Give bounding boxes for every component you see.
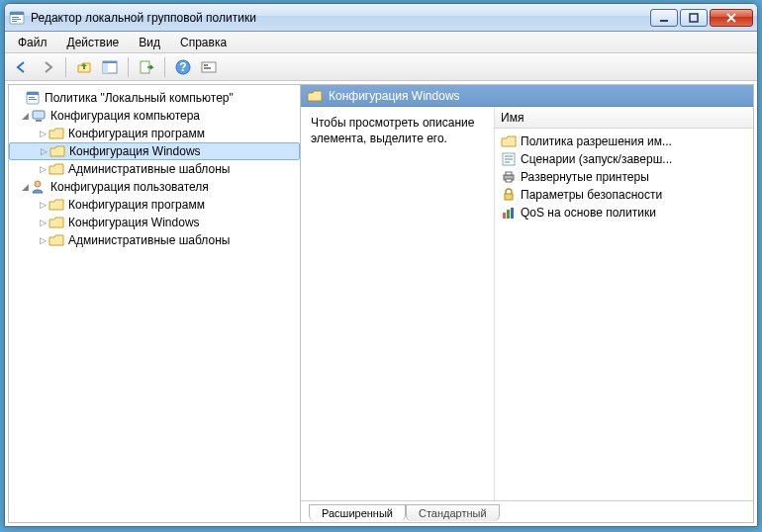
- tree-software-config-2[interactable]: ▷ Конфигурация программ: [9, 196, 300, 214]
- toolbar: ?: [5, 53, 757, 81]
- tree-label: Конфигурация Windows: [69, 144, 201, 158]
- lock-icon: [501, 187, 517, 203]
- svg-rect-27: [505, 194, 513, 200]
- user-icon: [31, 179, 47, 195]
- svg-rect-30: [511, 208, 514, 219]
- computer-icon: [31, 108, 47, 124]
- tree-user-config[interactable]: ◢ Конфигурация пользователя: [9, 178, 300, 196]
- tree-software-config[interactable]: ▷ Конфигурация программ: [9, 125, 300, 142]
- menu-action[interactable]: Действие: [57, 32, 130, 52]
- folder-icon: [49, 143, 65, 159]
- svg-rect-1: [10, 12, 24, 15]
- svg-rect-20: [33, 111, 45, 119]
- list-item-label: Политика разрешения им...: [521, 134, 672, 148]
- list-item-label: Сценарии (запуск/заверш...: [521, 152, 672, 166]
- list-item-label: Параметры безопасности: [521, 188, 662, 202]
- bars-icon: [501, 205, 517, 221]
- expand-icon[interactable]: ▷: [37, 234, 48, 246]
- svg-rect-5: [660, 20, 668, 22]
- expand-icon[interactable]: ▷: [37, 199, 48, 211]
- content-area: Политика "Локальный компьютер" ◢ Конфигу…: [8, 84, 754, 523]
- menu-file[interactable]: Файл: [8, 32, 57, 52]
- details-title: Конфигурация Windows: [329, 89, 460, 103]
- collapse-icon[interactable]: ◢: [19, 181, 31, 193]
- tree-root[interactable]: Политика "Локальный компьютер": [9, 89, 300, 107]
- svg-rect-4: [12, 21, 17, 22]
- details-header: Конфигурация Windows: [301, 85, 753, 107]
- help-button[interactable]: ?: [172, 56, 194, 78]
- folder-icon: [48, 197, 64, 213]
- folder-icon: [501, 133, 517, 149]
- list-column: Имя Политика разрешения им... Сценарии (…: [494, 107, 753, 500]
- svg-rect-29: [507, 210, 510, 219]
- tree-windows-config-selected[interactable]: ▷ Конфигурация Windows: [9, 142, 300, 160]
- tree-pane[interactable]: Политика "Локальный компьютер" ◢ Конфигу…: [9, 85, 301, 522]
- svg-rect-6: [690, 14, 698, 22]
- tree-admin-templates-2[interactable]: ▷ Административные шаблоны: [9, 231, 300, 249]
- window-buttons: [648, 9, 753, 27]
- description-column: Чтобы просмотреть описание элемента, выд…: [301, 107, 494, 500]
- toolbar-separator: [128, 57, 129, 77]
- forward-button[interactable]: [37, 56, 58, 78]
- svg-rect-26: [506, 179, 512, 182]
- printer-icon: [501, 169, 517, 185]
- filter-options-button[interactable]: [198, 56, 220, 78]
- tree-label: Конфигурация компьютера: [50, 109, 200, 123]
- tree-label: Конфигурация пользователя: [50, 180, 209, 194]
- titlebar: Редактор локальной групповой политики: [5, 4, 757, 32]
- tab-standard[interactable]: Стандартный: [406, 504, 500, 521]
- window: Редактор локальной групповой политики Фа…: [4, 3, 758, 527]
- show-hide-tree-button[interactable]: [99, 56, 121, 78]
- list-body: Политика разрешения им... Сценарии (запу…: [495, 129, 753, 500]
- svg-rect-18: [29, 97, 35, 98]
- list-item[interactable]: Параметры безопасности: [499, 186, 749, 204]
- tab-extended[interactable]: Расширенный: [309, 504, 406, 521]
- svg-rect-14: [204, 64, 208, 66]
- tree-admin-templates[interactable]: ▷ Административные шаблоны: [9, 160, 300, 178]
- folder-icon: [48, 232, 64, 248]
- tree-computer-config[interactable]: ◢ Конфигурация компьютера: [9, 107, 300, 125]
- svg-rect-9: [103, 61, 117, 63]
- up-level-button[interactable]: [73, 56, 95, 78]
- tree-label: Административные шаблоны: [68, 233, 230, 247]
- list-item[interactable]: QoS на основе политики: [499, 204, 749, 222]
- chevron-right-icon: [13, 92, 25, 104]
- tree-label: Административные шаблоны: [68, 162, 230, 176]
- folder-icon: [48, 161, 64, 177]
- svg-rect-19: [29, 99, 37, 100]
- column-header-name[interactable]: Имя: [495, 107, 753, 129]
- export-list-button[interactable]: [136, 56, 157, 78]
- description-text: Чтобы просмотреть описание элемента, выд…: [311, 115, 484, 146]
- minimize-button[interactable]: [650, 9, 678, 27]
- details-body: Чтобы просмотреть описание элемента, выд…: [301, 107, 753, 500]
- list-item[interactable]: Сценарии (запуск/заверш...: [499, 150, 749, 168]
- toolbar-separator: [164, 57, 165, 77]
- svg-rect-2: [12, 17, 19, 18]
- list-item[interactable]: Политика разрешения им...: [499, 133, 749, 150]
- expand-icon[interactable]: ▷: [37, 128, 48, 139]
- expand-icon[interactable]: ▷: [37, 163, 48, 175]
- tabstrip: Расширенный Стандартный: [301, 500, 753, 522]
- svg-rect-25: [506, 172, 512, 175]
- collapse-icon[interactable]: ◢: [19, 110, 31, 122]
- svg-rect-17: [27, 92, 39, 95]
- expand-icon[interactable]: ▷: [38, 145, 49, 157]
- list-item-label: Развернутые принтеры: [521, 170, 649, 184]
- policy-icon: [25, 90, 41, 106]
- svg-rect-21: [36, 120, 42, 122]
- tree-label: Конфигурация программ: [68, 127, 205, 140]
- close-button[interactable]: [710, 9, 753, 27]
- folder-icon: [307, 89, 323, 103]
- toolbar-separator: [65, 57, 66, 77]
- expand-icon[interactable]: ▷: [37, 217, 48, 228]
- list-item-label: QoS на основе политики: [521, 206, 656, 220]
- svg-rect-28: [503, 213, 506, 219]
- menu-view[interactable]: Вид: [129, 32, 170, 52]
- maximize-button[interactable]: [680, 9, 708, 27]
- list-item[interactable]: Развернутые принтеры: [499, 168, 749, 186]
- details-pane: Конфигурация Windows Чтобы просмотреть о…: [301, 85, 753, 522]
- tree-windows-config-2[interactable]: ▷ Конфигурация Windows: [9, 214, 300, 231]
- menu-help[interactable]: Справка: [170, 32, 237, 52]
- menubar: Файл Действие Вид Справка: [5, 32, 757, 53]
- back-button[interactable]: [11, 56, 33, 78]
